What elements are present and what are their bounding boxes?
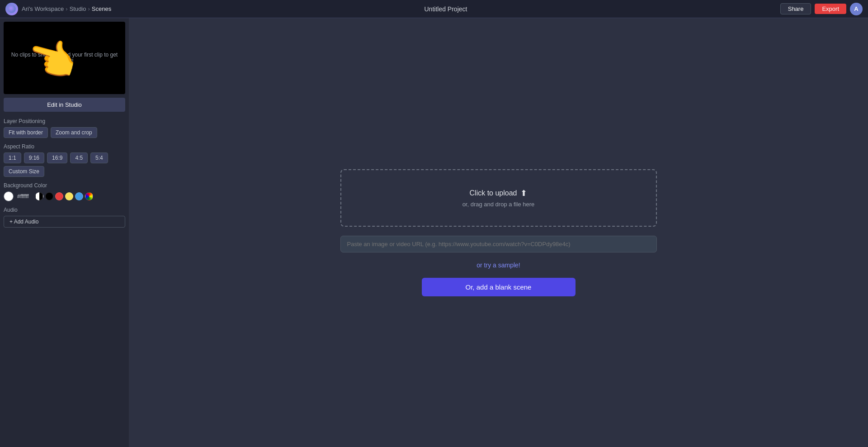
positioning-buttons: Fit with border Zoom and crop: [4, 127, 125, 138]
upload-title: Click to upload ⬆: [470, 188, 528, 198]
aspect-ratio-label: Aspect Ratio: [4, 143, 125, 150]
bg-color-label: Background Color: [4, 182, 125, 189]
clip-preview-area: 👈 No clips to show. Upload your first cl…: [4, 22, 125, 94]
audio-label: Audio: [4, 207, 125, 213]
aspect-ratio-buttons: 1:1 9:16 16:9 4:5 5:4 Custom Size: [4, 152, 125, 177]
layer-positioning-label: Layer Positioning: [4, 118, 125, 124]
export-button[interactable]: Export: [815, 4, 846, 14]
studio-link[interactable]: Studio: [70, 5, 86, 12]
topnav: Ari's Workspace › Studio › Scenes Untitl…: [0, 0, 868, 18]
color-swatch-multi[interactable]: [85, 192, 93, 200]
upload-dropzone[interactable]: Click to upload ⬆ or, drag and drop a fi…: [340, 169, 657, 227]
left-sidebar: 👈 No clips to show. Upload your first cl…: [0, 18, 129, 447]
aspect-custom-button[interactable]: Custom Size: [4, 166, 44, 177]
aspect-9-16-button[interactable]: 9:16: [24, 152, 44, 163]
color-swatch-red[interactable]: [55, 192, 63, 200]
bg-color-row: #ffffff: [4, 191, 125, 201]
aspect-4-5-button[interactable]: 4:5: [70, 152, 88, 163]
add-blank-scene-button[interactable]: Or, add a blank scene: [422, 278, 576, 296]
breadcrumb-sep1: ›: [66, 5, 67, 12]
breadcrumb: Ari's Workspace › Studio › Scenes: [22, 5, 111, 12]
breadcrumb-sep2: ›: [88, 5, 90, 12]
svg-point-0: [8, 5, 16, 13]
edit-in-studio-button[interactable]: Edit in Studio: [4, 98, 125, 112]
project-title: Untitled Project: [111, 5, 780, 13]
color-swatch-half[interactable]: [35, 192, 43, 200]
share-button[interactable]: Share: [780, 3, 811, 14]
color-swatches: [35, 192, 93, 200]
bg-color-hex: #ffffff: [17, 193, 29, 200]
upload-icon: ⬆: [520, 188, 527, 198]
topnav-actions: Share Export A: [780, 3, 863, 15]
scenes-label: Scenes: [92, 5, 111, 12]
color-swatch-black[interactable]: [45, 192, 53, 200]
upload-text: Click to upload: [470, 189, 517, 197]
add-audio-button[interactable]: + Add Audio: [4, 216, 125, 228]
main-layout: 👈 No clips to show. Upload your first cl…: [0, 18, 868, 447]
zoom-and-crop-button[interactable]: Zoom and crop: [51, 127, 97, 138]
upload-subtitle: or, drag and drop a file here: [462, 201, 535, 208]
workspace-link[interactable]: Ari's Workspace: [22, 5, 64, 12]
aspect-1-1-button[interactable]: 1:1: [4, 152, 21, 163]
try-sample-link[interactable]: or try a sample!: [476, 262, 520, 269]
avatar-button[interactable]: A: [850, 3, 863, 15]
url-input[interactable]: [340, 236, 657, 252]
color-swatch-blue[interactable]: [75, 192, 83, 200]
canvas-area: Click to upload ⬆ or, drag and drop a fi…: [129, 18, 868, 447]
url-input-wrapper: [340, 236, 657, 252]
aspect-5-4-button[interactable]: 5:4: [90, 152, 108, 163]
fit-with-border-button[interactable]: Fit with border: [4, 127, 48, 138]
bg-color-swatch-white[interactable]: [4, 191, 14, 201]
color-swatch-yellow[interactable]: [65, 192, 73, 200]
workspace-logo: [5, 3, 18, 15]
clip-empty-message: No clips to show. Upload your first clip…: [4, 44, 125, 71]
aspect-16-9-button[interactable]: 16:9: [47, 152, 67, 163]
